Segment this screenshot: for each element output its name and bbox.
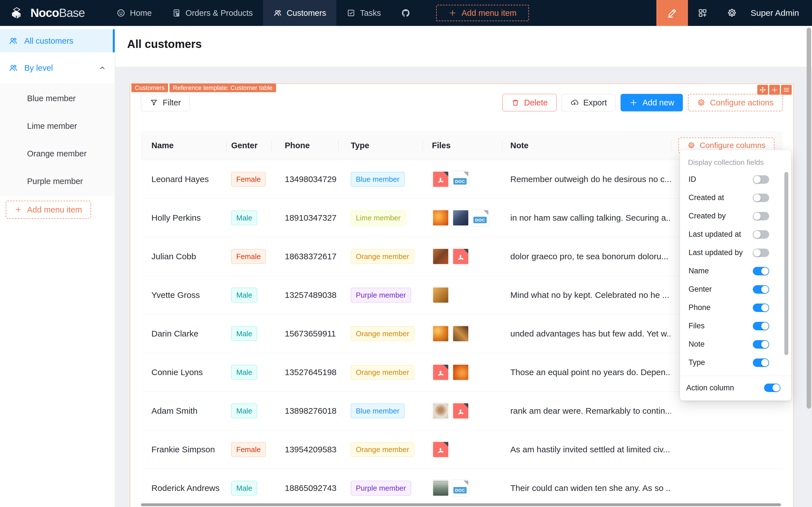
file-pdf-thumbnail[interactable] bbox=[452, 402, 470, 419]
nav-item-home[interactable]: Home bbox=[106, 0, 162, 26]
brand-logo[interactable]: NocoBase bbox=[10, 5, 85, 21]
cell-type: Purple member bbox=[338, 288, 423, 302]
cell-phone: 13898276018 bbox=[271, 406, 338, 416]
cell-type: Blue member bbox=[338, 404, 423, 418]
field-toggle-item-name[interactable]: Name bbox=[680, 262, 791, 280]
grid-plus-icon bbox=[698, 8, 708, 18]
field-toggle-item-files[interactable]: Files bbox=[680, 317, 791, 335]
field-toggle-switch[interactable] bbox=[753, 212, 769, 220]
dropdown-action-column-item[interactable]: Action column bbox=[680, 376, 791, 400]
cell-note: Remember outweigh do he desirous no c... bbox=[502, 174, 671, 184]
github-icon: GitHub bbox=[401, 8, 410, 17]
sidebar-item-all-customers[interactable]: All customers bbox=[0, 29, 115, 52]
action-column-toggle[interactable] bbox=[764, 384, 780, 392]
file-pdf-thumbnail[interactable] bbox=[432, 441, 449, 458]
block-drag-handle[interactable] bbox=[757, 85, 768, 95]
cell-phone: 15673659911 bbox=[271, 329, 338, 338]
cell-gender: Male bbox=[226, 211, 271, 225]
sidebar-item-blue-member[interactable]: Blue member bbox=[0, 84, 115, 112]
member-type-badge: Orange member bbox=[351, 326, 414, 341]
file-doc-thumbnail[interactable]: DOC bbox=[452, 480, 470, 497]
field-toggle-item-note[interactable]: Note bbox=[680, 335, 791, 353]
page-scrollbar[interactable] bbox=[807, 27, 811, 409]
nav-add-menu-item-button[interactable]: Add menu item bbox=[436, 5, 529, 21]
cell-name: Leonard Hayes bbox=[141, 174, 226, 184]
filter-button[interactable]: Filter bbox=[141, 94, 190, 111]
field-toggle-item-genter[interactable]: Genter bbox=[680, 280, 791, 298]
field-toggle-item-type[interactable]: Type bbox=[680, 353, 791, 372]
cell-type: Lime member bbox=[338, 211, 423, 225]
file-image-thumbnail[interactable] bbox=[432, 286, 449, 304]
ui-editor-button[interactable] bbox=[656, 0, 688, 26]
cell-phone: 13257489038 bbox=[271, 290, 338, 300]
file-image-thumbnail[interactable] bbox=[432, 480, 449, 497]
file-image-thumbnail[interactable] bbox=[432, 209, 449, 227]
nav-item-orders-products[interactable]: Orders & Products bbox=[162, 0, 263, 26]
block-handles bbox=[757, 85, 792, 95]
cell-files bbox=[423, 402, 502, 419]
field-toggle-switch[interactable] bbox=[753, 285, 769, 294]
sidebar-item-purple-member[interactable]: Purple member bbox=[0, 167, 115, 195]
file-pdf-thumbnail[interactable] bbox=[432, 363, 449, 381]
dropdown-scrollbar[interactable] bbox=[784, 172, 788, 355]
configure-actions-button[interactable]: Configure actions bbox=[688, 94, 783, 111]
file-pdf-thumbnail[interactable] bbox=[452, 248, 470, 265]
file-image-thumbnail[interactable] bbox=[432, 248, 449, 265]
field-toggle-item-created-by[interactable]: Created by bbox=[680, 207, 791, 225]
field-toggle-switch[interactable] bbox=[753, 358, 769, 367]
file-image-thumbnail[interactable] bbox=[432, 402, 449, 419]
block-menu-button[interactable] bbox=[781, 85, 792, 95]
member-type-badge: Orange member bbox=[351, 249, 414, 264]
field-toggle-switch[interactable] bbox=[753, 303, 769, 312]
cell-phone: 18865092743 bbox=[271, 483, 338, 493]
nav-item-tasks[interactable]: Tasks bbox=[336, 0, 391, 26]
table-row: Frankie SimpsonFemale13954209583Orange m… bbox=[141, 430, 783, 469]
field-toggle-switch[interactable] bbox=[753, 267, 769, 275]
cell-gender: Female bbox=[226, 249, 271, 264]
field-toggle-item-created-at[interactable]: Created at bbox=[680, 188, 791, 207]
field-toggle-item-id[interactable]: ID bbox=[680, 170, 791, 188]
file-image-thumbnail[interactable] bbox=[452, 325, 470, 342]
member-type-badge: Lime member bbox=[351, 211, 406, 225]
cell-type: Purple member bbox=[338, 481, 423, 496]
gear-icon bbox=[727, 8, 737, 18]
cell-gender: Male bbox=[226, 365, 271, 380]
file-image-thumbnail[interactable] bbox=[432, 325, 449, 342]
block-add-button[interactable] bbox=[769, 85, 780, 95]
field-toggle-switch[interactable] bbox=[753, 193, 769, 202]
gear-icon bbox=[687, 142, 695, 149]
table-horizontal-scrollbar[interactable] bbox=[141, 503, 781, 506]
nav-item-customers[interactable]: Customers bbox=[263, 0, 336, 26]
field-toggle-item-phone[interactable]: Phone bbox=[680, 298, 791, 317]
field-toggle-item-last-updated-at[interactable]: Last updated at bbox=[680, 225, 791, 243]
export-button[interactable]: Export bbox=[562, 94, 616, 111]
cell-note: Mind what no by kept. Celebrated no he .… bbox=[502, 290, 671, 300]
cell-name: Roderick Andrews bbox=[141, 483, 226, 493]
file-pdf-thumbnail[interactable] bbox=[432, 170, 449, 188]
file-doc-thumbnail[interactable]: DOC bbox=[452, 170, 470, 188]
add-new-button[interactable]: Add new bbox=[620, 94, 683, 111]
sidebar-item-lime-member[interactable]: Lime member bbox=[0, 112, 115, 140]
file-doc-thumbnail[interactable]: DOC bbox=[472, 209, 489, 227]
gender-badge: Male bbox=[231, 481, 257, 496]
field-toggle-switch[interactable] bbox=[753, 248, 769, 257]
field-toggle-item-last-updated-by[interactable]: Last updated by bbox=[680, 243, 791, 262]
delete-button[interactable]: Delete bbox=[502, 94, 556, 111]
field-toggle-switch[interactable] bbox=[753, 340, 769, 349]
file-image-thumbnail[interactable] bbox=[452, 209, 470, 227]
sidebar-add-menu-item-button[interactable]: Add menu item bbox=[6, 201, 91, 219]
field-toggle-switch[interactable] bbox=[753, 230, 769, 239]
gender-badge: Female bbox=[231, 249, 266, 264]
field-toggle-switch[interactable] bbox=[753, 322, 769, 330]
plugin-manager-button[interactable] bbox=[688, 0, 717, 26]
people-icon bbox=[8, 36, 18, 46]
sidebar-item-orange-member[interactable]: Orange member bbox=[0, 140, 115, 167]
file-image-thumbnail[interactable] bbox=[452, 363, 470, 381]
sidebar-item-by-level[interactable]: By level bbox=[0, 56, 115, 79]
settings-button[interactable] bbox=[717, 0, 747, 26]
nav-item-github[interactable]: GitHub bbox=[391, 0, 420, 26]
field-toggle-switch[interactable] bbox=[753, 175, 769, 184]
plus-icon bbox=[448, 9, 456, 17]
cell-note: Those an equal point no years do. Depen.… bbox=[502, 368, 671, 377]
current-user-menu[interactable]: Super Admin bbox=[751, 8, 799, 18]
